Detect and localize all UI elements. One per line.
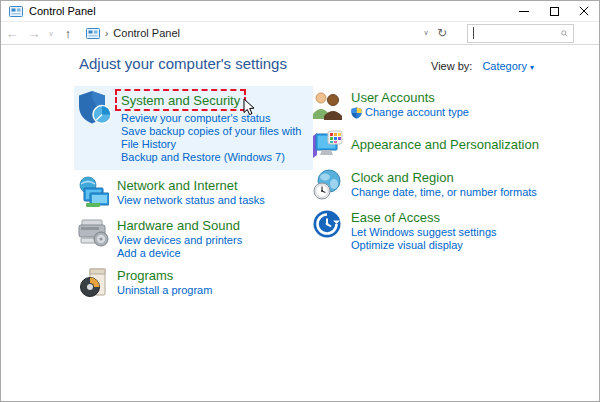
annotation-box: System and Security xyxy=(115,89,246,111)
system-and-security-link[interactable]: System and Security xyxy=(121,93,240,109)
recent-pages-chevron-icon[interactable]: ∨ xyxy=(45,30,57,37)
back-icon[interactable]: ← xyxy=(1,27,23,40)
category-ease-of-access: Ease of Access Let Windows suggest setti… xyxy=(311,208,593,252)
minimize-button[interactable] xyxy=(509,1,539,21)
search-box[interactable] xyxy=(467,24,574,43)
programs-link[interactable]: Programs xyxy=(117,268,173,284)
category-programs: Programs Uninstall a program xyxy=(77,266,313,302)
titlebar: Control Panel xyxy=(1,1,599,22)
category-hardware-and-sound: Hardware and Sound View devices and prin… xyxy=(77,216,313,260)
right-column: User Accounts Change account type Appear… xyxy=(311,88,593,258)
user-accounts-icon[interactable] xyxy=(311,88,343,124)
up-icon[interactable]: ↑ xyxy=(57,27,79,40)
category-user-accounts: User Accounts Change account type xyxy=(311,88,593,124)
task-link[interactable]: Optimize visual display xyxy=(351,239,593,252)
task-link[interactable]: Save backup copies of your files with Fi… xyxy=(121,125,309,151)
window-title: Control Panel xyxy=(29,5,509,17)
page-title: Adjust your computer's settings xyxy=(79,55,287,72)
network-icon[interactable] xyxy=(77,176,109,212)
main-content: Adjust your computer's settings View by:… xyxy=(1,46,599,401)
control-panel-icon xyxy=(86,28,100,39)
category-clock-and-region: Clock and Region Change date, time, or n… xyxy=(311,168,593,204)
appearance-and-personalization-link[interactable]: Appearance and Personalization xyxy=(351,137,539,153)
refresh-icon[interactable]: ↻ xyxy=(433,26,451,40)
close-button[interactable] xyxy=(569,1,599,21)
chevron-down-icon: ▾ xyxy=(530,63,534,72)
clock-and-region-link[interactable]: Clock and Region xyxy=(351,170,454,186)
appearance-icon[interactable] xyxy=(311,128,343,164)
navigation-bar: ← → ∨ ↑ › Control Panel ∨ ↻ xyxy=(1,22,599,45)
hardware-and-sound-link[interactable]: Hardware and Sound xyxy=(117,218,240,234)
task-link[interactable]: View devices and printers xyxy=(117,234,313,247)
maximize-button[interactable] xyxy=(539,1,569,21)
control-panel-icon xyxy=(9,6,23,17)
address-dropdown-icon[interactable]: ∨ xyxy=(419,29,433,37)
task-link[interactable]: Change date, time, or number formats xyxy=(351,186,593,199)
forward-icon[interactable]: → xyxy=(23,27,45,40)
task-link[interactable]: Let Windows suggest settings xyxy=(351,226,593,239)
left-column: System and Security Review your computer… xyxy=(77,86,313,308)
view-by-dropdown[interactable]: Category xyxy=(482,60,527,72)
task-link[interactable]: Uninstall a program xyxy=(117,284,313,297)
task-link-label: Change account type xyxy=(365,106,469,119)
close-icon xyxy=(579,6,589,16)
search-icon xyxy=(561,28,568,39)
task-link[interactable]: Review your computer's status xyxy=(121,112,309,125)
task-link[interactable]: Change account type xyxy=(351,106,593,119)
breadcrumb-chevron-icon: › xyxy=(105,28,108,39)
minimize-icon xyxy=(519,11,529,12)
breadcrumb[interactable]: Control Panel xyxy=(113,27,180,39)
ease-of-access-icon[interactable] xyxy=(311,208,343,244)
task-link[interactable]: Backup and Restore (Windows 7) xyxy=(121,151,309,164)
ease-of-access-link[interactable]: Ease of Access xyxy=(351,210,440,226)
category-system-and-security: System and Security Review your computer… xyxy=(74,86,313,170)
view-by-label: View by: xyxy=(431,60,472,72)
task-link[interactable]: Add a device xyxy=(117,247,313,260)
clock-region-icon[interactable] xyxy=(311,168,343,204)
view-by-control: View by:Category ▾ xyxy=(431,60,534,72)
category-appearance-and-personalization: Appearance and Personalization xyxy=(311,128,593,164)
system-security-icon[interactable] xyxy=(77,89,113,131)
maximize-icon xyxy=(550,7,559,16)
control-panel-window: Control Panel ← → ∨ ↑ › Control Panel ∨ … xyxy=(0,0,600,402)
address-bar[interactable]: › Control Panel ∨ ↻ xyxy=(81,24,453,43)
uac-shield-icon xyxy=(351,107,362,119)
category-network-and-internet: Network and Internet View network status… xyxy=(77,176,313,212)
task-link[interactable]: View network status and tasks xyxy=(117,194,313,207)
user-accounts-link[interactable]: User Accounts xyxy=(351,90,435,106)
network-and-internet-link[interactable]: Network and Internet xyxy=(117,178,238,194)
search-input[interactable] xyxy=(474,26,562,41)
hardware-icon[interactable] xyxy=(77,216,109,252)
programs-icon[interactable] xyxy=(77,266,109,302)
mouse-cursor xyxy=(243,98,255,116)
